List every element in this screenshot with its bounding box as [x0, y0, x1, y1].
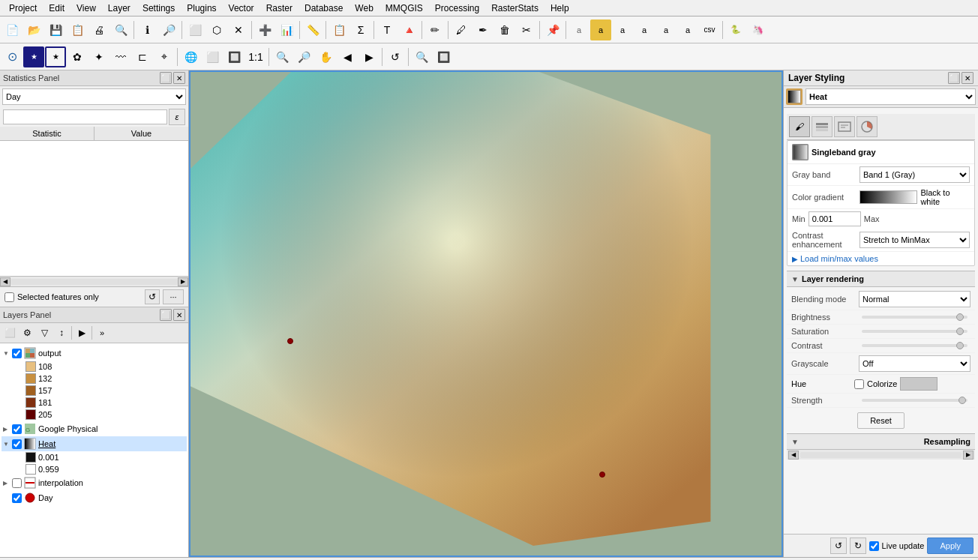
brightness-slider-thumb[interactable]: [956, 313, 964, 321]
layer-item-google-physical[interactable]: ▶ G Google Physical: [2, 421, 187, 436]
print-preview-button[interactable]: 🔍: [110, 19, 131, 40]
contrast2-slider-track[interactable]: [862, 344, 968, 347]
expand-output-icon[interactable]: ▼: [3, 350, 10, 357]
map-canvas[interactable]: [189, 70, 783, 557]
ruler-button[interactable]: ⌖: [154, 46, 175, 67]
advanced-digitize-button[interactable]: ✒: [472, 19, 494, 40]
layer-item-day[interactable]: Day: [2, 490, 187, 505]
brightness-slider-track[interactable]: [862, 316, 968, 319]
right-scroll-left-arrow[interactable]: ◀: [788, 451, 799, 460]
menu-project[interactable]: Project: [3, 1, 43, 15]
menu-vector[interactable]: Vector: [223, 1, 260, 15]
more-stats-button[interactable]: ···: [163, 289, 184, 304]
styling-close-button[interactable]: ✕: [962, 72, 974, 84]
attribute-table-button[interactable]: 📋: [328, 19, 350, 40]
zoom-feature-button[interactable]: 🔎: [158, 19, 179, 40]
digitize-button[interactable]: 🖊: [451, 19, 472, 40]
zoom-native-button[interactable]: 1:1: [245, 46, 266, 67]
refresh-button[interactable]: ↺: [385, 46, 406, 67]
menu-mmqgis[interactable]: MMQGIS: [380, 1, 429, 15]
label-c-button[interactable]: a: [634, 19, 655, 40]
delete-button[interactable]: 🗑: [494, 19, 515, 40]
csv-button[interactable]: csv: [699, 19, 720, 40]
gray-band-select[interactable]: Band 1 (Gray): [860, 166, 970, 183]
menu-help[interactable]: Help: [544, 1, 575, 15]
label-e-button[interactable]: a: [677, 19, 698, 40]
flower-button[interactable]: ✿: [67, 46, 88, 67]
layers-filter-button[interactable]: ▽: [36, 325, 52, 341]
selected-features-checkbox[interactable]: [4, 292, 14, 302]
saturation-slider-track[interactable]: [862, 330, 968, 333]
label-pin-button[interactable]: a: [590, 19, 611, 40]
paint-tab[interactable]: 🖌: [789, 116, 810, 137]
identify-features-button[interactable]: 🔺: [398, 19, 419, 40]
strength-slider-track[interactable]: [862, 399, 968, 402]
diagram-tab[interactable]: [856, 116, 878, 137]
deselect-button[interactable]: ✕: [228, 19, 249, 40]
pan-button[interactable]: ✋: [315, 46, 336, 67]
zoom-full-button[interactable]: 🌐: [180, 46, 201, 67]
zoom-back-button[interactable]: ◀: [337, 46, 358, 67]
styling-layer-dropdown[interactable]: Heat: [806, 88, 976, 105]
scroll-track[interactable]: [10, 279, 178, 285]
path-button[interactable]: 〰: [110, 46, 131, 67]
paste-button[interactable]: 📌: [542, 19, 563, 40]
right-panel-scrollbar-h[interactable]: ◀ ▶: [787, 449, 975, 460]
blending-mode-select[interactable]: Normal: [859, 291, 970, 307]
bookmark1-button[interactable]: ★: [23, 46, 44, 67]
scroll-right-arrow[interactable]: ▶: [178, 277, 188, 286]
menu-web[interactable]: Web: [349, 1, 379, 15]
styling-float-button[interactable]: ⬜: [948, 72, 960, 84]
undo-style-button[interactable]: ↺: [830, 538, 847, 554]
add-vector-button[interactable]: ➕: [254, 19, 275, 40]
layer-item-interpolation[interactable]: ▶ interpolation: [2, 475, 187, 490]
save-project-button[interactable]: 💾: [45, 19, 66, 40]
layers-more-button[interactable]: »: [94, 325, 110, 341]
zoom-out-btn[interactable]: 🔎: [293, 46, 314, 67]
colorize-checkbox[interactable]: [854, 379, 864, 389]
label-text-button[interactable]: T: [376, 19, 398, 40]
open-project-button[interactable]: 📂: [23, 19, 44, 40]
menu-rasterstats[interactable]: RasterStats: [485, 1, 544, 15]
star-button[interactable]: ✦: [88, 46, 110, 67]
stats-panel-float-button[interactable]: ⬜: [160, 72, 172, 84]
menu-view[interactable]: View: [70, 1, 102, 15]
layers-manage-button[interactable]: ⚙: [19, 325, 35, 341]
zoom-in-btn[interactable]: 🔍: [272, 46, 292, 67]
interpolation-layer-checkbox[interactable]: [12, 478, 22, 488]
menu-edit[interactable]: Edit: [43, 1, 70, 15]
layers-add-group-button[interactable]: ⬜: [2, 325, 18, 341]
right-scroll-right-arrow[interactable]: ▶: [963, 451, 974, 460]
label-b-button[interactable]: a: [612, 19, 633, 40]
menu-database[interactable]: Database: [298, 1, 349, 15]
expand-google-icon[interactable]: ▶: [3, 426, 10, 433]
day-layer-checkbox[interactable]: [12, 493, 22, 503]
reset-button[interactable]: Reset: [857, 412, 904, 429]
select-rect-button[interactable]: ⬜: [184, 19, 206, 40]
info-button[interactable]: 🔲: [433, 46, 454, 67]
redo-style-button[interactable]: ↻: [850, 538, 866, 554]
layers-expand-button[interactable]: ▶: [74, 325, 90, 341]
resampling-section[interactable]: ▼ Resampling: [787, 433, 975, 449]
zoom-layer-button[interactable]: ⬜: [202, 46, 223, 67]
layers-panel-close-button[interactable]: ✕: [173, 309, 185, 321]
zoom-selection-button[interactable]: 🔲: [224, 46, 244, 67]
identify2-button[interactable]: 🔍: [411, 46, 432, 67]
menu-plugins[interactable]: Plugins: [181, 1, 222, 15]
stats-panel-close-button[interactable]: ✕: [173, 72, 185, 84]
heat-layer-checkbox[interactable]: [12, 439, 22, 449]
field-calculator-button[interactable]: Σ: [350, 19, 371, 40]
apply-button[interactable]: Apply: [927, 538, 974, 554]
label-a-button[interactable]: a: [568, 19, 590, 40]
scroll-left-arrow[interactable]: ◀: [0, 277, 10, 286]
layer-item-output[interactable]: ▼ output: [2, 346, 187, 361]
contrast2-slider-thumb[interactable]: [956, 342, 964, 349]
expand-interpolation-icon[interactable]: ▶: [3, 480, 10, 487]
contrast-select[interactable]: Stretch to MinMax: [860, 232, 970, 248]
load-minmax-button[interactable]: Load min/max values: [800, 254, 878, 263]
strength-slider-thumb[interactable]: [958, 397, 966, 404]
min-input[interactable]: [808, 211, 861, 226]
label-d-button[interactable]: a: [656, 19, 676, 40]
layers-sort-button[interactable]: ↕: [53, 325, 70, 341]
right-scroll-track[interactable]: [800, 452, 962, 458]
